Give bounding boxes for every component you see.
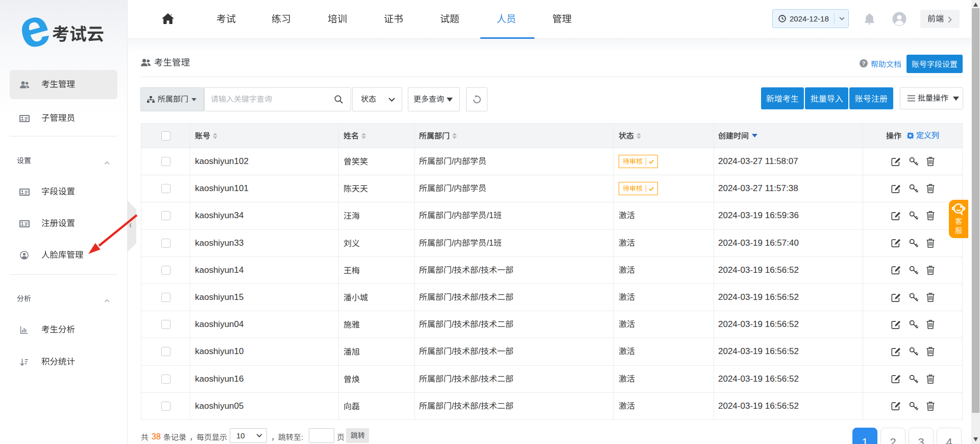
- svg-text:?: ?: [862, 60, 866, 66]
- svg-text:e: e: [12, 0, 56, 60]
